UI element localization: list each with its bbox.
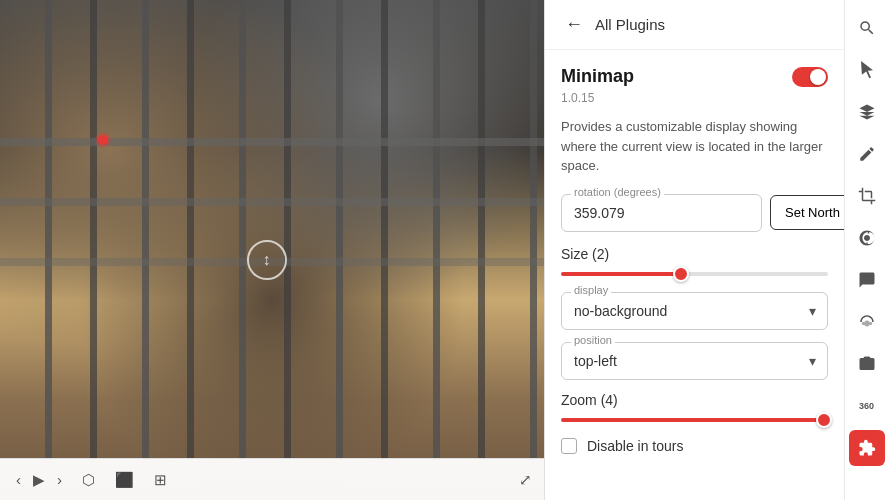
disable-tours-label: Disable in tours (587, 438, 684, 454)
360-label: 360 (859, 401, 874, 411)
plugin-name: Minimap (561, 66, 634, 87)
zoom-label: Zoom (4) (561, 392, 828, 408)
display-select[interactable]: no-background background minimal (561, 292, 828, 330)
rotation-input[interactable] (561, 194, 762, 232)
rotation-field-group: rotation (degrees) Set North (561, 194, 828, 232)
zoom-slider-container (561, 418, 828, 422)
position-label: position (571, 334, 615, 346)
chat-icon-button[interactable] (849, 262, 885, 298)
viewer-panel: ‹ ▶ › ⬡ ⬛ ⊞ ⤢ (0, 0, 544, 500)
disable-tours-row: Disable in tours (561, 438, 828, 454)
wave-icon (858, 313, 876, 331)
search-icon-button[interactable] (849, 10, 885, 46)
set-north-button[interactable]: Set North (770, 195, 844, 230)
position-select-group: position top-left top-right bottom-left … (561, 342, 828, 380)
size-slider-container (561, 272, 828, 276)
cursor-icon-button[interactable] (849, 52, 885, 88)
layers-icon-button[interactable] (849, 94, 885, 130)
plugin-description: Provides a customizable display showing … (561, 117, 828, 176)
pencil-icon-button[interactable] (849, 136, 885, 172)
plugin-toggle[interactable] (792, 67, 828, 87)
display-label: display (571, 284, 611, 296)
panorama-view (0, 0, 544, 500)
crop-icon-button[interactable] (849, 178, 885, 214)
target-icon-button[interactable] (849, 220, 885, 256)
layers-icon (858, 103, 876, 121)
crop-icon (858, 187, 876, 205)
layout-button[interactable]: ⊞ (150, 467, 171, 493)
expand-button[interactable]: ⤢ (519, 471, 532, 489)
plugin-icon-button[interactable] (849, 430, 885, 466)
plugin-version: 1.0.15 (561, 91, 828, 105)
pencil-icon (858, 145, 876, 163)
position-select[interactable]: top-left top-right bottom-left bottom-ri… (561, 342, 828, 380)
photo-icon (858, 355, 876, 373)
plugin-title-row: Minimap (561, 66, 828, 87)
360-icon-button[interactable]: 360 (849, 388, 885, 424)
zoom-slider-thumb[interactable] (816, 412, 832, 428)
size-slider-thumb[interactable] (673, 266, 689, 282)
header-title: All Plugins (595, 16, 665, 33)
navigation-circle[interactable] (247, 240, 287, 280)
scene-overlay (0, 0, 544, 460)
rotation-row: Set North (561, 194, 828, 232)
panel-header: ← All Plugins (545, 0, 844, 50)
zoom-slider-track[interactable] (561, 418, 828, 422)
size-slider-track[interactable] (561, 272, 828, 276)
icon-sidebar: 360 (844, 0, 888, 500)
nav-controls: ‹ ▶ › (12, 467, 66, 493)
prev-button[interactable]: ‹ (12, 467, 25, 492)
toggle-track (792, 67, 828, 87)
plugin-icon (858, 439, 876, 457)
next-button[interactable]: › (53, 467, 66, 492)
photo-icon-button[interactable] (849, 346, 885, 382)
chat-icon (858, 271, 876, 289)
cursor-icon (858, 61, 876, 79)
play-button[interactable]: ▶ (29, 467, 49, 493)
settings-panel: ← All Plugins Minimap 1.0.15 Provides a … (544, 0, 844, 500)
location-marker (98, 135, 108, 145)
display-select-group: display no-background background minimal… (561, 292, 828, 330)
disable-tours-checkbox[interactable] (561, 438, 577, 454)
zoom-slider-fill (561, 418, 828, 422)
viewer-toolbar: ‹ ▶ › ⬡ ⬛ ⊞ ⤢ (0, 458, 544, 500)
toggle-thumb (810, 69, 826, 85)
search-icon (858, 19, 876, 37)
scene-button[interactable]: ⬡ (78, 467, 99, 493)
target-icon (858, 229, 876, 247)
size-label: Size (2) (561, 246, 828, 262)
rotation-label: rotation (degrees) (571, 186, 664, 198)
cube-button[interactable]: ⬛ (111, 467, 138, 493)
back-button[interactable]: ← (561, 14, 587, 35)
size-slider-fill (561, 272, 681, 276)
wave-icon-button[interactable] (849, 304, 885, 340)
panel-content: Minimap 1.0.15 Provides a customizable d… (545, 50, 844, 500)
